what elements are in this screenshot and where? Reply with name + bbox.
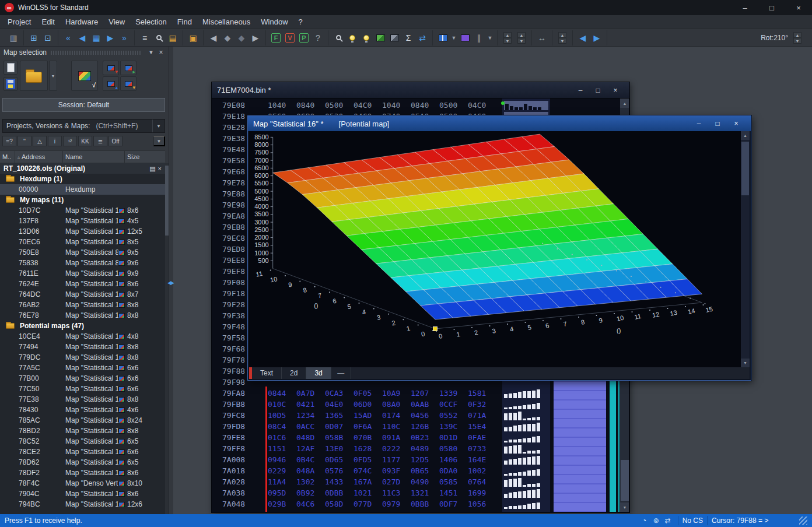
hex-value[interactable]: 1207 — [411, 388, 439, 399]
hex-value[interactable]: 0764 — [468, 476, 496, 487]
hex-value[interactable]: 0B4C — [296, 454, 325, 465]
maps-filter-combo[interactable]: Projects, Versions & Maps: (Ctrl+Shift+F… — [2, 119, 165, 133]
hex-scroll-down-icon[interactable]: ▼ — [620, 503, 629, 512]
hex-value[interactable]: 058B — [325, 432, 354, 443]
hex-value[interactable]: 0CCF — [439, 399, 468, 410]
tree-group-row[interactable]: Hexdump (1) — [0, 174, 165, 184]
compare-original-icon[interactable]: ◆ — [221, 31, 234, 44]
hex-value[interactable]: 0D65 — [325, 454, 354, 465]
hex-value[interactable]: 11A4 — [268, 476, 296, 487]
hex-value[interactable]: 029B — [268, 498, 296, 510]
resize-grip[interactable] — [799, 517, 807, 525]
tree-map-row[interactable]: 78CE2Map "Statistical 16x6 — [0, 447, 165, 457]
hex-value[interactable]: 0BBB — [411, 498, 439, 510]
row-height-stepper-down-icon[interactable]: ▼ — [503, 38, 512, 44]
tree-map-row[interactable]: 7624EMap "Statistical 18x6 — [0, 279, 165, 289]
hex-value[interactable]: 048A — [296, 465, 325, 476]
hex-close-button[interactable]: × — [607, 82, 624, 98]
copy-map-button[interactable]: ▴ — [103, 76, 119, 91]
previous-map-icon[interactable]: ◀ — [576, 31, 589, 44]
import-map-button[interactable]: ▾ — [103, 61, 119, 75]
ecu-chip-icon[interactable]: ▥ — [7, 31, 20, 44]
hex-value[interactable]: 0775 — [468, 510, 496, 512]
percent-view-icon[interactable]: P — [298, 31, 310, 44]
project-grid-icon[interactable]: ▤ — [149, 165, 155, 172]
hex-value[interactable]: 01C6 — [268, 432, 296, 443]
last-version-icon[interactable]: » — [118, 31, 131, 44]
menu-hardware[interactable]: Hardware — [60, 16, 103, 28]
hex-value[interactable]: 0DF7 — [439, 498, 468, 510]
hex-value[interactable]: 02C1 — [382, 510, 411, 512]
checksum-icon[interactable]: Σ — [402, 31, 415, 44]
hex-value[interactable]: 0946 — [268, 454, 296, 465]
hex-value[interactable]: 0580 — [439, 443, 468, 454]
hex-value[interactable]: 110C — [382, 421, 411, 432]
hex-value[interactable]: 126B — [411, 421, 439, 432]
map-pack-button[interactable]: ▾ — [120, 76, 136, 91]
panel-scrollbar[interactable] — [165, 163, 169, 514]
idea-icon[interactable] — [346, 31, 359, 44]
row-height-stepper[interactable]: ▲▼ — [501, 31, 514, 44]
hex-scroll-up-icon[interactable]: ▲ — [620, 99, 629, 108]
fit-width-icon[interactable]: ↔ — [536, 31, 548, 44]
hex-value[interactable]: 095D — [268, 487, 296, 498]
export-map-button[interactable]: ▸ — [120, 61, 136, 75]
hex-value[interactable]: 1343 — [296, 510, 325, 512]
tree-map-row[interactable]: 77494Map "Statistical 18x8 — [0, 342, 165, 352]
project-close-icon[interactable]: × — [158, 165, 162, 172]
map-3d-surface[interactable]: 8500800075007000650060005500500045004000… — [249, 131, 738, 367]
sync-icon[interactable]: ⇄ — [416, 31, 429, 44]
tree-map-row[interactable]: 779DCMap "Statistical 18x8 — [0, 352, 165, 363]
splitter-collapse-icon[interactable]: ◀▶ — [167, 280, 173, 286]
hex-value[interactable]: 074C — [354, 465, 382, 476]
tree-group-row[interactable]: Potential maps (47) — [0, 321, 165, 331]
hex-minimize-button[interactable]: – — [572, 82, 589, 98]
tree-map-row[interactable]: 13D06Map "Statistical 112x5 — [0, 226, 165, 237]
hex-value[interactable]: 0733 — [468, 443, 496, 454]
hex-value[interactable]: 1699 — [468, 487, 496, 498]
map-3d-view[interactable]: 8500800075007000650060005500500045004000… — [249, 131, 750, 367]
filter-diff[interactable]: △ — [33, 136, 47, 146]
hex-value[interactable]: 1302 — [296, 476, 325, 487]
hex-value[interactable]: 04C6 — [296, 498, 325, 510]
tree-map-row[interactable]: 77E38Map "Statistical 18x8 — [0, 394, 165, 405]
hex-value[interactable]: 091A — [382, 432, 411, 443]
app-titlebar[interactable]: ∞ WinOLS5 for Standard – □ × — [0, 0, 812, 15]
col-width-stepper-down-icon[interactable]: ▼ — [517, 38, 526, 44]
hex-value[interactable]: 1021 — [354, 487, 382, 498]
hex-value[interactable]: 027D — [382, 476, 411, 487]
hex-value[interactable]: 0840 — [411, 100, 439, 111]
column-name[interactable]: Name — [63, 151, 125, 163]
panel-header[interactable]: Map selection ▼ × — [0, 47, 169, 58]
hex-value[interactable]: 0D1D — [439, 432, 468, 443]
hex-value[interactable]: 10A9 — [382, 388, 411, 399]
hex-value[interactable]: 1365 — [325, 410, 354, 421]
open-project-button[interactable] — [20, 61, 48, 91]
hex-value[interactable]: 0AAB — [411, 399, 439, 410]
first-version-icon[interactable]: « — [62, 31, 75, 44]
hex-value[interactable]: 12AF — [296, 443, 325, 454]
hex-value[interactable]: 164E — [468, 454, 496, 465]
hex-value[interactable]: 04C0 — [354, 100, 382, 111]
help-icon[interactable]: ? — [312, 31, 324, 44]
panel-close-icon[interactable]: × — [157, 48, 165, 57]
hex-value[interactable]: 0500 — [439, 100, 468, 111]
hex-value[interactable]: 08C4 — [268, 421, 296, 432]
hex-value[interactable]: 0FAE — [468, 432, 496, 443]
forward-icon[interactable]: ▶ — [249, 31, 262, 44]
split-view-icon[interactable] — [436, 31, 449, 44]
hex-value[interactable]: 1433 — [325, 476, 354, 487]
hex-value[interactable]: 1406 — [439, 454, 468, 465]
hex-value[interactable]: 0FD5 — [354, 454, 382, 465]
hex-value[interactable]: 1451 — [439, 487, 468, 498]
tree-map-row[interactable]: 78430Map "Statistical 14x6 — [0, 405, 165, 415]
tab-2d[interactable]: 2d — [282, 367, 306, 379]
hex-value[interactable]: 0F6A — [354, 421, 382, 432]
hex-row[interactable]: 79FC810D51234136515AD017404560552071A — [212, 410, 629, 421]
new-version-icon[interactable]: ⊞ — [27, 31, 40, 44]
hex-value[interactable]: 139C — [439, 421, 468, 432]
back-icon[interactable]: ◀ — [207, 31, 220, 44]
hex-value[interactable]: 0456 — [411, 410, 439, 421]
hex-value[interactable]: 11C3 — [382, 487, 411, 498]
hex-value[interactable]: 1040 — [268, 100, 296, 111]
